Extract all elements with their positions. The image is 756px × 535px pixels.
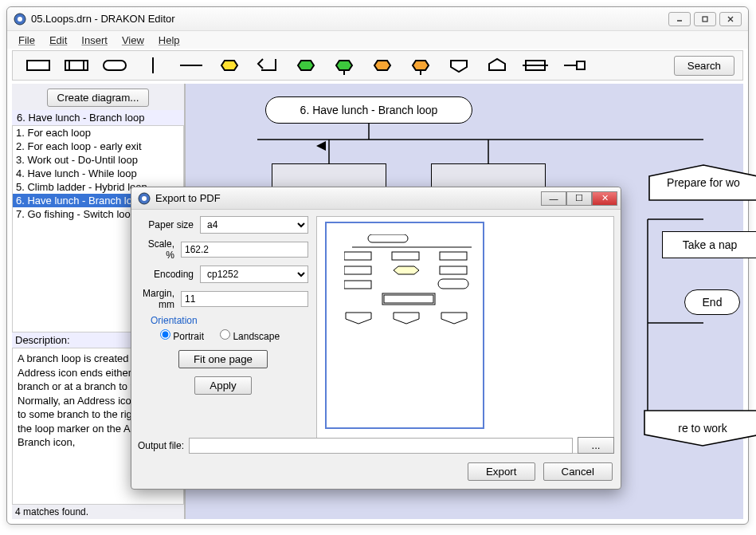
svg-rect-37 (438, 279, 468, 289)
tool-connector-icon[interactable] (556, 54, 591, 77)
apply-button[interactable]: Apply (194, 376, 251, 395)
fit-page-button[interactable]: Fit one page (178, 350, 268, 368)
output-label: Output file: (138, 440, 184, 451)
list-item[interactable]: 4. Have lunch - While loop (13, 167, 183, 180)
list-item[interactable]: 3. Work out - Do-Until loop (13, 153, 183, 167)
address-node[interactable]: re to work (643, 409, 756, 447)
cancel-button[interactable]: Cancel (543, 462, 613, 481)
tool-action-icon[interactable] (21, 54, 56, 77)
dialog-title: Export to PDF (155, 192, 541, 204)
svg-rect-3 (703, 17, 707, 22)
margin-input[interactable] (181, 291, 308, 307)
tool-arrow-icon[interactable] (250, 54, 285, 77)
svg-rect-8 (104, 61, 126, 70)
tool-line-v-icon[interactable] (135, 54, 170, 77)
pdf-preview (316, 216, 614, 454)
action-nap[interactable]: Take a nap (662, 231, 756, 258)
menu-file[interactable]: File (12, 33, 41, 48)
menubar: File Edit Insert View Help (7, 31, 748, 49)
orientation-label: Orientation (151, 315, 308, 326)
scale-input[interactable] (181, 242, 308, 258)
tool-begin-icon[interactable] (288, 54, 323, 77)
dialog-minimize-button[interactable]: — (541, 191, 566, 206)
tool-end-icon[interactable] (327, 54, 362, 77)
tool-rounded-icon[interactable] (97, 54, 132, 77)
scale-label: Scale, % (138, 238, 181, 261)
tool-shelf-icon[interactable] (518, 54, 553, 77)
svg-rect-18 (577, 61, 585, 69)
output-file-input[interactable] (189, 438, 573, 454)
svg-point-1 (18, 17, 22, 22)
export-pdf-dialog: Export to PDF — ☐ ✕ Paper size a4 Scale,… (131, 187, 621, 490)
paper-select[interactable]: a4 (200, 216, 308, 234)
tool-case2-icon[interactable] (403, 54, 438, 77)
tool-line-h-icon[interactable] (174, 54, 209, 77)
close-button[interactable] (719, 12, 742, 26)
svg-rect-4 (27, 61, 49, 70)
tool-branch-icon[interactable] (480, 54, 515, 77)
create-diagram-button[interactable]: Create diagram... (47, 89, 150, 107)
tool-question-icon[interactable] (212, 54, 247, 77)
svg-rect-32 (392, 252, 419, 260)
list-item[interactable]: 2. For each loop - early exit (13, 140, 183, 153)
preview-diagram-icon (344, 234, 480, 426)
tool-case-icon[interactable] (365, 54, 400, 77)
svg-marker-23 (316, 141, 326, 151)
dialog-maximize-button[interactable]: ☐ (566, 191, 592, 206)
status-bar: 4 matches found. (12, 505, 184, 519)
menu-help[interactable]: Help (152, 33, 186, 48)
search-button[interactable]: Search (674, 56, 734, 76)
current-diagram-title: 6. Have lunch - Branch loop (12, 110, 184, 125)
app-icon (14, 13, 26, 26)
menu-view[interactable]: View (116, 33, 151, 48)
dialog-titlebar: Export to PDF — ☐ ✕ (131, 187, 621, 210)
menu-edit[interactable]: Edit (43, 33, 73, 48)
svg-rect-29 (368, 234, 408, 242)
titlebar: 05.Loops.drn - DRAKON Editor (7, 7, 748, 31)
dialog-close-button[interactable]: ✕ (592, 191, 617, 206)
margin-label: Margin, mm (138, 288, 181, 310)
svg-rect-34 (344, 266, 371, 274)
tool-address-icon[interactable] (441, 54, 476, 77)
maximize-button[interactable] (694, 12, 716, 26)
preview-page (325, 222, 484, 429)
svg-rect-33 (440, 252, 467, 260)
toolbar: Search (12, 50, 743, 81)
svg-rect-36 (344, 281, 371, 289)
browse-button[interactable]: ... (578, 437, 614, 454)
encoding-label: Encoding (138, 269, 200, 280)
menu-insert[interactable]: Insert (75, 33, 114, 48)
dialog-icon (138, 192, 151, 205)
portrait-radio[interactable]: Portrait (160, 329, 204, 342)
paper-label: Paper size (138, 219, 200, 230)
encoding-select[interactable]: cp1252 (200, 266, 308, 283)
svg-rect-31 (344, 252, 371, 260)
end-node[interactable]: End (684, 289, 740, 315)
minimize-button[interactable] (668, 12, 691, 26)
dialog-form: Paper size a4 Scale, % Encoding cp1252 M… (138, 216, 308, 454)
svg-rect-35 (440, 266, 467, 274)
window-title: 05.Loops.drn - DRAKON Editor (31, 13, 668, 25)
export-button[interactable]: Export (468, 462, 535, 481)
tool-insertion-icon[interactable] (59, 54, 94, 77)
list-item[interactable]: 1. For each loop (13, 126, 183, 140)
landscape-radio[interactable]: Landscape (220, 329, 280, 342)
svg-point-28 (142, 196, 147, 201)
branch-prepare[interactable]: Prepare for wo (648, 163, 756, 202)
